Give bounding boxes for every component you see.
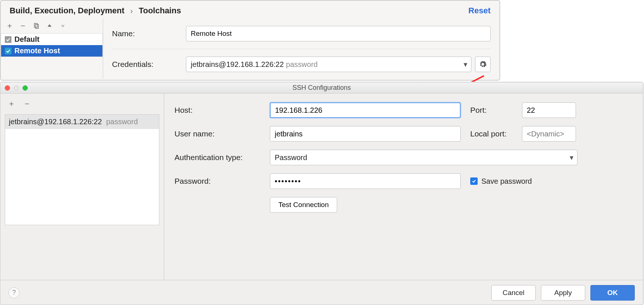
help-icon: ? [12,289,16,296]
host-label: Host: [174,106,270,115]
credentials-select[interactable]: jetbrains@192.168.1.226:22 password ▾ [186,57,471,72]
breadcrumb-parent[interactable]: Build, Execution, Deployment [10,6,124,16]
add-icon[interactable] [6,99,17,109]
dialog-title: SSH Configurations [292,84,351,92]
gear-icon [479,60,487,68]
remove-icon[interactable] [18,21,28,31]
ssh-config-toolbar [0,94,164,114]
remove-icon[interactable] [22,99,32,109]
ssh-config-item-hint: password [106,118,138,126]
test-connection-button[interactable]: Test Connection [270,197,337,213]
password-input[interactable] [270,173,461,189]
chevron-down-icon: ▾ [464,60,467,69]
toolchains-list: Default Remote Host [1,33,103,57]
dialog-footer: ? Cancel Apply OK [0,280,643,305]
toolchain-item-default[interactable]: Default [1,34,102,45]
toolchain-item-remote-host[interactable]: Remote Host [1,45,102,57]
toolchain-form: Name: Credentials: jetbrains@192.168.1.2… [103,18,499,78]
copy-icon[interactable] [31,21,41,31]
save-password-label: Save password [481,177,532,186]
toolchain-label: Default [14,35,40,44]
credentials-value: jetbrains@192.168.1.226:22 [191,60,284,69]
credentials-settings-button[interactable] [475,57,491,72]
ssh-config-item-text: jetbrains@192.168.1.226:22 [9,118,102,126]
name-label: Name: [112,29,186,38]
ssh-config-list: jetbrains@192.168.1.226:22 password [5,114,159,225]
svg-rect-2 [5,36,11,43]
password-label: Password: [174,177,270,186]
ssh-config-form: Host: Port: User name: Local port: Authe… [164,94,643,280]
ok-button[interactable]: OK [590,285,635,301]
ssh-configurations-dialog: SSH Configurations jetbrains@192.168.1.2… [0,82,643,305]
add-icon[interactable] [4,21,15,31]
reset-button[interactable]: Reset [468,6,491,16]
help-button[interactable]: ? [9,287,20,298]
credentials-label: Credentials: [112,60,186,69]
window-zoom-icon[interactable] [23,85,28,91]
breadcrumb-separator: › [130,7,133,15]
move-up-icon[interactable] [44,21,55,31]
authtype-select[interactable]: Password ▾ [270,150,577,165]
svg-rect-3 [5,48,11,54]
name-input[interactable] [186,26,491,41]
toolchains-toolbar [1,18,103,32]
username-input[interactable] [270,126,461,142]
username-label: User name: [174,129,270,138]
move-down-icon[interactable] [58,21,68,31]
check-icon [471,179,477,184]
cancel-button[interactable]: Cancel [491,285,536,301]
port-label: Port: [470,106,522,115]
breadcrumb: Build, Execution, Deployment › Toolchain… [1,1,499,18]
ssh-config-item[interactable]: jetbrains@192.168.1.226:22 password [5,115,159,129]
authtype-label: Authentication type: [174,153,270,162]
port-input[interactable] [522,102,576,118]
breadcrumb-child: Toolchains [139,6,181,16]
authtype-value: Password [275,153,307,162]
credentials-hint: password [286,60,318,69]
svg-rect-1 [35,24,38,28]
apply-button[interactable]: Apply [541,285,585,301]
svg-rect-0 [34,23,37,27]
window-close-icon[interactable] [5,85,10,91]
save-password-checkbox[interactable] [470,177,478,185]
toolchain-icon [5,48,11,54]
toolchains-panel: Build, Execution, Deployment › Toolchain… [0,0,500,81]
localport-label: Local port: [470,129,522,138]
toolchain-label: Remote Host [14,47,60,55]
toolchains-sidebar: Default Remote Host [1,18,103,78]
localport-input[interactable] [522,126,576,142]
toolchain-icon [5,36,11,43]
host-input[interactable] [270,102,461,118]
chevron-down-icon: ▾ [570,153,573,162]
dialog-titlebar: SSH Configurations [0,82,643,94]
window-minimize-icon [14,85,19,91]
ssh-config-sidebar: jetbrains@192.168.1.226:22 password [0,94,164,280]
